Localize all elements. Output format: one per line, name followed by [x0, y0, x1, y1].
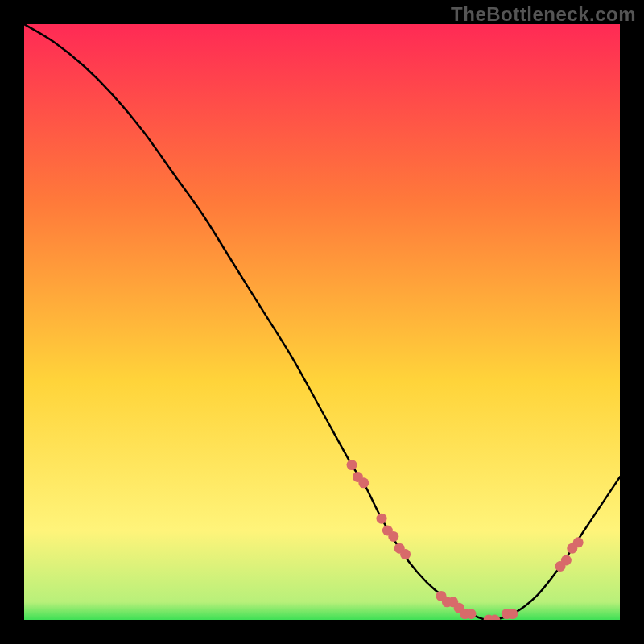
plot-area [24, 24, 620, 620]
chart-container: TheBottleneck.com [0, 0, 644, 644]
watermark-text: TheBottleneck.com [451, 3, 636, 26]
bottleneck-curve [24, 24, 620, 620]
